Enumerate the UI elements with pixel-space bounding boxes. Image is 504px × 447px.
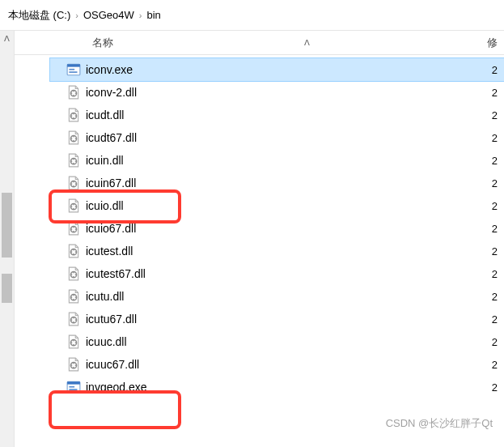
breadcrumb-part[interactable]: bin [146, 9, 160, 21]
column-headers: 名称 ᐱ 修 [15, 31, 504, 55]
file-date-label: 2 [492, 381, 498, 394]
svg-rect-10 [73, 113, 74, 115]
svg-rect-27 [70, 183, 72, 184]
svg-rect-71 [69, 386, 74, 388]
svg-rect-32 [70, 206, 72, 206]
svg-rect-6 [73, 95, 74, 96]
file-row[interactable]: icutest67.dll2 [15, 262, 504, 285]
file-name-label: icuuc67.dll [86, 358, 139, 371]
svg-rect-41 [73, 253, 74, 255]
file-date-label: 2 [492, 200, 498, 212]
file-row[interactable]: icutest.dll2 [15, 240, 504, 262]
file-date-label: 2 [492, 87, 498, 99]
svg-rect-16 [73, 140, 74, 142]
svg-rect-18 [75, 138, 77, 138]
file-row[interactable]: icudt67.dll2 [15, 126, 504, 149]
svg-rect-56 [73, 321, 74, 323]
scroll-up-icon[interactable]: ᐱ [0, 31, 14, 45]
svg-rect-48 [75, 274, 77, 275]
svg-rect-42 [70, 251, 72, 252]
file-row[interactable]: iconv.exe2 [50, 58, 504, 81]
chevron-right-icon: › [139, 11, 142, 20]
file-row[interactable]: icuin.dll2 [15, 149, 504, 172]
file-name-label: icutest.dll [86, 245, 133, 258]
file-name-label: icutu67.dll [86, 313, 137, 326]
svg-rect-53 [75, 296, 77, 297]
svg-rect-38 [75, 228, 77, 229]
file-row[interactable]: icutu.dll2 [15, 285, 504, 308]
file-row[interactable]: icuuc.dll2 [15, 330, 504, 353]
file-name-label: icuuc.dll [86, 335, 127, 348]
svg-rect-66 [73, 367, 74, 368]
svg-rect-61 [73, 344, 74, 346]
svg-rect-12 [70, 115, 72, 116]
file-row[interactable]: icuio.dll2 [15, 194, 504, 217]
column-name-header[interactable]: 名称 [92, 36, 113, 50]
file-row[interactable]: invgeod.exe2 [15, 376, 504, 398]
svg-rect-25 [73, 181, 74, 183]
file-date-label: 2 [492, 177, 498, 189]
svg-rect-3 [69, 71, 77, 73]
column-modified-header[interactable]: 修 [487, 36, 498, 50]
dll-file-icon [66, 108, 81, 122]
svg-rect-47 [70, 274, 72, 275]
breadcrumb-part[interactable]: 本地磁盘 (C:) [8, 8, 70, 23]
svg-rect-60 [73, 340, 74, 342]
file-row[interactable]: iconv-2.dll2 [15, 81, 504, 104]
svg-rect-33 [75, 206, 77, 206]
svg-rect-1 [67, 64, 80, 66]
vertical-scrollbar[interactable]: ᐱ [0, 31, 15, 447]
svg-rect-72 [69, 389, 77, 390]
svg-rect-5 [73, 91, 74, 92]
svg-rect-46 [73, 276, 74, 278]
file-row[interactable]: icuuc67.dll2 [15, 353, 504, 376]
file-name-label: icuio.dll [86, 199, 124, 212]
dll-file-icon [66, 221, 81, 236]
svg-rect-15 [73, 136, 74, 138]
file-list-pane: 名称 ᐱ 修 iconv.exe2iconv-2.dll2icudt.dll2i… [15, 31, 504, 447]
dll-file-icon [66, 153, 81, 168]
svg-rect-67 [70, 364, 72, 365]
svg-rect-31 [73, 208, 74, 210]
file-name-label: icutu.dll [86, 290, 124, 303]
svg-rect-30 [73, 204, 74, 206]
svg-rect-23 [75, 160, 77, 161]
file-name-label: icuio67.dll [86, 222, 136, 235]
file-date-label: 2 [492, 336, 498, 348]
file-date-label: 2 [492, 109, 498, 121]
svg-rect-52 [70, 296, 72, 297]
dll-file-icon [66, 130, 81, 145]
dll-file-icon [66, 289, 81, 304]
file-row[interactable]: icuio67.dll2 [15, 217, 504, 240]
file-date-label: 2 [492, 155, 498, 167]
svg-rect-37 [70, 228, 72, 229]
dll-file-icon [66, 244, 81, 258]
breadcrumb[interactable]: 本地磁盘 (C:) › OSGeo4W › bin [0, 0, 504, 31]
file-row[interactable]: icudt.dll2 [15, 104, 504, 126]
scroll-thumb[interactable] [2, 274, 12, 303]
file-date-label: 2 [492, 291, 498, 303]
file-name-label: icudt67.dll [86, 131, 137, 144]
scroll-thumb[interactable] [2, 193, 12, 258]
svg-rect-13 [75, 115, 77, 116]
file-row[interactable]: icutu67.dll2 [15, 308, 504, 330]
svg-rect-50 [73, 295, 74, 296]
dll-file-icon [66, 176, 81, 190]
svg-rect-40 [73, 249, 74, 251]
svg-rect-2 [69, 69, 74, 70]
file-name-label: iconv.exe [86, 63, 133, 76]
svg-rect-7 [70, 92, 72, 93]
file-row[interactable]: icuin67.dll2 [15, 172, 504, 194]
file-date-label: 2 [492, 359, 498, 371]
svg-rect-17 [70, 138, 72, 138]
file-date-label: 2 [492, 245, 498, 258]
sort-indicator-icon: ᐱ [304, 38, 310, 47]
file-name-label: iconv-2.dll [86, 86, 137, 99]
breadcrumb-part[interactable]: OSGeo4W [83, 9, 134, 21]
dll-file-icon [66, 312, 81, 326]
svg-rect-65 [73, 363, 74, 364]
file-date-label: 2 [492, 64, 498, 76]
svg-rect-11 [73, 117, 74, 119]
svg-rect-21 [73, 163, 74, 164]
svg-rect-28 [75, 183, 77, 184]
